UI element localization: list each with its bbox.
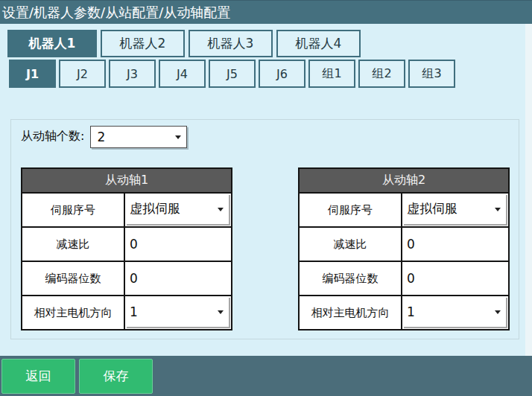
table-row: 相对主电机方向 1 (300, 295, 508, 329)
motor-direction-dropdown-cell[interactable]: 1 (125, 296, 231, 329)
table-row: 相对主电机方向 1 (22, 295, 231, 329)
tab-joint-j2[interactable]: J2 (59, 60, 106, 88)
table-row: 减速比 0 (300, 226, 508, 261)
tab-group-2[interactable]: 组2 (358, 60, 405, 88)
tab-joint-j4[interactable]: J4 (159, 60, 206, 88)
reduction-ratio-field[interactable]: 0 (125, 228, 231, 261)
servo-index-dropdown[interactable]: 虚拟伺服 (125, 194, 229, 224)
breadcrumb-title-bar: 设置/机器人参数/从站配置/从动轴配置 (0, 0, 532, 24)
param-label-cell: 减速比 (300, 228, 402, 261)
tab-robot-1[interactable]: 机器人1 (7, 30, 97, 57)
tab-joint-j5[interactable]: J5 (209, 60, 256, 88)
dropdown-arrow-icon (495, 310, 501, 314)
slave-axis-count-value: 2 (97, 130, 105, 144)
table-row: 伺服序号 虚拟伺服 (22, 192, 231, 226)
slave-axis-count-label: 从动轴个数: (21, 129, 84, 144)
param-label-cell: 减速比 (22, 228, 125, 261)
param-label-cell: 伺服序号 (300, 194, 402, 226)
slave-axis-2-table: 从动轴2 伺服序号 虚拟伺服 减速比 0 编码器位数 0 相对主电机方向 1 (298, 167, 510, 330)
slave-axis-count-row: 从动轴个数: 2 (21, 125, 187, 148)
tab-robot-2[interactable]: 机器人2 (101, 30, 185, 57)
table-header: 从动轴2 (300, 169, 508, 192)
encoder-bits-field[interactable]: 0 (125, 262, 231, 295)
servo-index-value: 虚拟伺服 (130, 200, 180, 217)
servo-index-dropdown-cell[interactable]: 虚拟伺服 (402, 194, 508, 226)
dropdown-arrow-icon (218, 208, 224, 211)
robot-tab-bar: 机器人1 机器人2 机器人3 机器人4 (7, 30, 361, 57)
tab-group-3[interactable]: 组3 (408, 60, 455, 88)
servo-index-dropdown-cell[interactable]: 虚拟伺服 (125, 194, 231, 226)
param-label-cell: 相对主电机方向 (22, 296, 125, 329)
motor-direction-value: 1 (130, 304, 138, 319)
breadcrumb: 设置/机器人参数/从站配置/从动轴配置 (2, 4, 230, 20)
dropdown-arrow-icon (218, 310, 224, 314)
param-label-cell: 编码器位数 (300, 262, 402, 295)
save-button[interactable]: 保存 (79, 359, 153, 394)
tab-joint-j1[interactable]: J1 (9, 60, 56, 88)
table-header: 从动轴1 (22, 169, 231, 192)
motor-direction-dropdown[interactable]: 1 (402, 296, 506, 327)
joint-tab-bar: J1 J2 J3 J4 J5 J6 组1 组2 组3 (9, 60, 455, 88)
tab-robot-3[interactable]: 机器人3 (189, 30, 273, 57)
tab-joint-j3[interactable]: J3 (109, 60, 156, 88)
dropdown-arrow-icon (495, 208, 501, 211)
motor-direction-value: 1 (407, 304, 415, 319)
table-row: 减速比 0 (22, 226, 231, 261)
table-row: 伺服序号 虚拟伺服 (300, 192, 508, 226)
reduction-ratio-field[interactable]: 0 (402, 228, 508, 261)
dropdown-arrow-icon (175, 135, 181, 139)
back-button[interactable]: 返回 (1, 359, 75, 394)
param-label-cell: 相对主电机方向 (300, 296, 402, 329)
footer-bar: 返回 保存 (0, 356, 532, 396)
slave-axis-count-dropdown[interactable]: 2 (90, 126, 187, 148)
motor-direction-dropdown-cell[interactable]: 1 (402, 296, 508, 329)
right-edge-strip (525, 24, 532, 356)
table-row: 编码器位数 0 (300, 261, 508, 295)
servo-index-value: 虚拟伺服 (407, 200, 457, 217)
tab-joint-j6[interactable]: J6 (259, 60, 305, 88)
tab-group-1[interactable]: 组1 (308, 60, 355, 88)
motor-direction-dropdown[interactable]: 1 (125, 296, 229, 327)
param-label-cell: 伺服序号 (22, 194, 125, 226)
table-row: 编码器位数 0 (22, 261, 231, 295)
tab-robot-4[interactable]: 机器人4 (276, 30, 361, 57)
encoder-bits-field[interactable]: 0 (402, 262, 508, 295)
slave-axis-1-table: 从动轴1 伺服序号 虚拟伺服 减速比 0 编码器位数 0 相对主电机方向 1 (21, 167, 232, 330)
servo-index-dropdown[interactable]: 虚拟伺服 (402, 194, 506, 224)
param-label-cell: 编码器位数 (22, 262, 125, 295)
